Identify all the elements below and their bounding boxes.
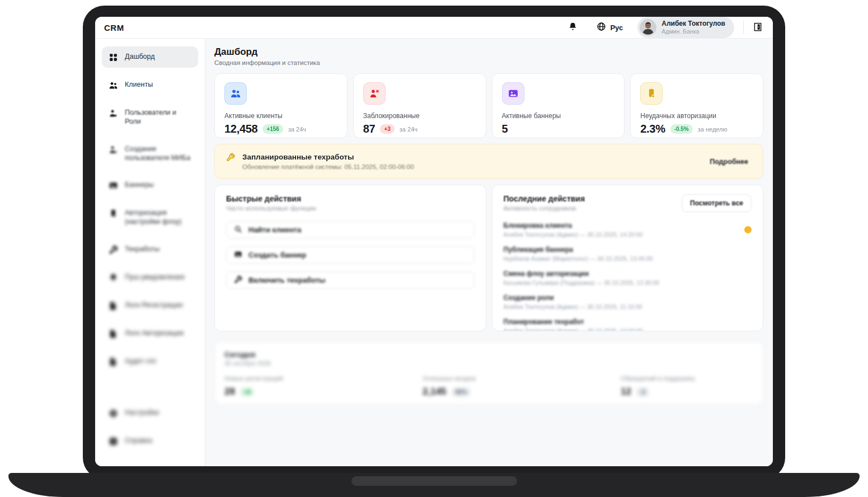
user-roles-icon bbox=[109, 109, 118, 118]
sidebar-item-label: Баннеры bbox=[125, 180, 154, 189]
search-icon bbox=[234, 225, 242, 235]
stat-card-failed-auth[interactable]: Неудачных авторизации 2.3% -0.5% за неде… bbox=[630, 73, 763, 138]
stat-label: Успешных входов bbox=[423, 375, 621, 382]
sidebar-item-label: Логи Авторизации bbox=[125, 329, 184, 337]
topbar-right: Рус Алибек Токтогулов Админ. Банка bbox=[568, 17, 763, 38]
sidebar-item-banners[interactable]: Баннеры bbox=[102, 175, 198, 196]
list-item[interactable]: Блокировка клиента Алибек Токтогулов (Ад… bbox=[504, 218, 752, 242]
sidebar-item-audit-log[interactable]: Аудит-лог bbox=[102, 351, 198, 372]
language-label: Рус bbox=[610, 24, 623, 32]
sidebar-item-clients[interactable]: Клиенты bbox=[102, 74, 198, 96]
user-plus-icon bbox=[109, 145, 118, 154]
notifications-button[interactable] bbox=[568, 22, 578, 33]
sidebar-item-dashboard[interactable]: Дашборд bbox=[102, 46, 198, 68]
highlight-dot bbox=[744, 226, 752, 233]
wrench-icon bbox=[226, 153, 235, 162]
recent-actions-list: Блокировка клиента Алибек Токтогулов (Ад… bbox=[504, 218, 752, 331]
stat-period: за 24ч bbox=[288, 126, 306, 133]
sidebar-footer: Настройки Справка bbox=[102, 402, 198, 458]
activity-title: Блокировка клиента bbox=[504, 222, 643, 229]
wrench-icon bbox=[109, 245, 118, 255]
laptop-base bbox=[8, 473, 860, 497]
stat-card-active-clients[interactable]: Активные клиенты 12,458 +156 за 24ч bbox=[214, 73, 348, 138]
today-title: Сегодня bbox=[224, 350, 753, 359]
app-body: Дашборд Клиенты Пользователи и Роли Созд… bbox=[95, 39, 773, 466]
recent-actions-panel: Последние действия Активность сотруднико… bbox=[492, 185, 764, 331]
today-date: 30 октября 2025 bbox=[224, 360, 753, 367]
sidebar-item-registration-logs[interactable]: Логи Регистрации bbox=[102, 295, 198, 316]
alert-body: Запланированные техработы Обновление пла… bbox=[242, 153, 414, 170]
activity-meta: Нурбеков Азамат (Маркетолог) — 30.10.202… bbox=[504, 255, 653, 262]
globe-icon bbox=[597, 22, 606, 33]
grid-icon bbox=[109, 53, 118, 62]
list-item[interactable]: Публикация баннера Нурбеков Азамат (Марк… bbox=[504, 242, 752, 266]
logout-button[interactable] bbox=[753, 22, 763, 34]
user-name: Алибек Токтогулов bbox=[661, 20, 725, 28]
sidebar-item-users-roles[interactable]: Пользователи и Роли bbox=[102, 102, 198, 132]
today-panel: Сегодня 30 октября 2025 Новых регистраци… bbox=[214, 341, 763, 405]
create-banner-button[interactable]: Создать баннер bbox=[226, 246, 475, 264]
sidebar-item-maintenance[interactable]: Техработы bbox=[102, 239, 198, 260]
activity-title: Создание роли bbox=[504, 294, 642, 302]
stat-badge: +156 bbox=[262, 124, 283, 134]
sidebar-item-help[interactable]: Справка bbox=[102, 430, 198, 452]
enable-maintenance-button[interactable]: Включить техработы bbox=[226, 271, 475, 289]
action-label: Создать баннер bbox=[248, 251, 306, 259]
sidebar-item-label: Справка bbox=[125, 436, 152, 445]
sidebar-item-label: Клиенты bbox=[125, 80, 153, 89]
list-item[interactable]: Создание роли Алибек Токтогулов (Админ) … bbox=[504, 290, 752, 314]
stat-period: за неделю bbox=[698, 126, 728, 133]
stat-card-blocked[interactable]: Заблокированные 87 +3 за 24ч bbox=[353, 73, 486, 138]
find-client-button[interactable]: Найти клиента bbox=[226, 221, 475, 238]
laptop-mockup: CRM Рус bbox=[0, 0, 868, 497]
quick-actions-list: Найти клиента Создать баннер Включить те… bbox=[226, 221, 475, 289]
sidebar-item-label: Пользователи и Роли bbox=[125, 108, 191, 126]
panel-subtitle: Активность сотрудников bbox=[504, 205, 585, 212]
sidebar: Дашборд Клиенты Пользователи и Роли Созд… bbox=[95, 39, 205, 466]
topbar: CRM Рус bbox=[95, 17, 773, 39]
sidebar-item-auth-flow[interactable]: Авторизация (настройки флоу) bbox=[102, 203, 198, 232]
wrench-icon bbox=[234, 275, 242, 285]
laptop-bezel: CRM Рус bbox=[83, 6, 785, 479]
sidebar-item-auth-logs[interactable]: Логи Авторизации bbox=[102, 323, 198, 344]
today-stat-logins: Успешных входов 2,145 98% bbox=[423, 375, 621, 397]
action-label: Найти клиента bbox=[248, 226, 301, 234]
stat-label: Активные клиенты bbox=[224, 112, 337, 120]
stat-label: Активные баннеры bbox=[502, 112, 615, 120]
user-info: Алибек Токтогулов Админ. Банка bbox=[661, 20, 725, 35]
sidebar-item-settings[interactable]: Настройки bbox=[102, 402, 198, 424]
users-icon bbox=[109, 81, 118, 90]
language-switcher[interactable]: Рус bbox=[597, 22, 623, 33]
panel-heading: Последние действия Активность сотруднико… bbox=[504, 194, 585, 212]
sidebar-item-push-notifications[interactable]: Пуш-уведомления bbox=[102, 267, 198, 288]
stat-badge: +4 bbox=[240, 387, 254, 397]
stat-period: за 24ч bbox=[400, 126, 417, 133]
sidebar-item-create-mib-user[interactable]: Создание пользователя МИБа bbox=[102, 139, 198, 168]
user-menu[interactable]: Алибек Токтогулов Админ. Банка bbox=[637, 17, 734, 38]
app-window: CRM Рус bbox=[95, 17, 773, 466]
banner-image-icon bbox=[109, 181, 118, 190]
image-icon bbox=[234, 250, 242, 260]
stat-label: Новых регистраций bbox=[224, 375, 423, 382]
maintenance-alert: Запланированные техработы Обновление пла… bbox=[214, 144, 763, 179]
user-x-icon bbox=[363, 82, 386, 105]
list-item[interactable]: Смена флоу авторизации Касымова Гульмира… bbox=[504, 266, 752, 290]
logout-door-icon bbox=[753, 22, 763, 34]
page-title: Дашборд bbox=[214, 46, 763, 58]
alert-details-button[interactable]: Подробнее bbox=[706, 157, 752, 166]
action-label: Включить техработы bbox=[248, 276, 325, 284]
stat-badge: +3 bbox=[380, 124, 394, 134]
stat-badge: -0.5% bbox=[670, 124, 693, 134]
stat-value: 5 bbox=[502, 123, 508, 135]
stat-value: 28 bbox=[224, 386, 235, 397]
view-all-button[interactable]: Посмотреть все bbox=[682, 194, 752, 212]
alert-title: Запланированные техработы bbox=[242, 153, 414, 161]
activity-title: Планирование техработ bbox=[504, 318, 643, 326]
log-file-icon bbox=[109, 357, 118, 367]
stat-card-active-banners[interactable]: Активные баннеры 5 bbox=[492, 73, 625, 138]
topbar-divider bbox=[743, 21, 744, 34]
user-role: Админ. Банка bbox=[661, 28, 725, 35]
list-item[interactable]: Планирование техработ Алибек Токтогулов … bbox=[504, 314, 752, 331]
stat-value: 12,458 bbox=[224, 123, 257, 135]
main-content: Дашборд Сводная информация и статистика … bbox=[205, 39, 773, 466]
